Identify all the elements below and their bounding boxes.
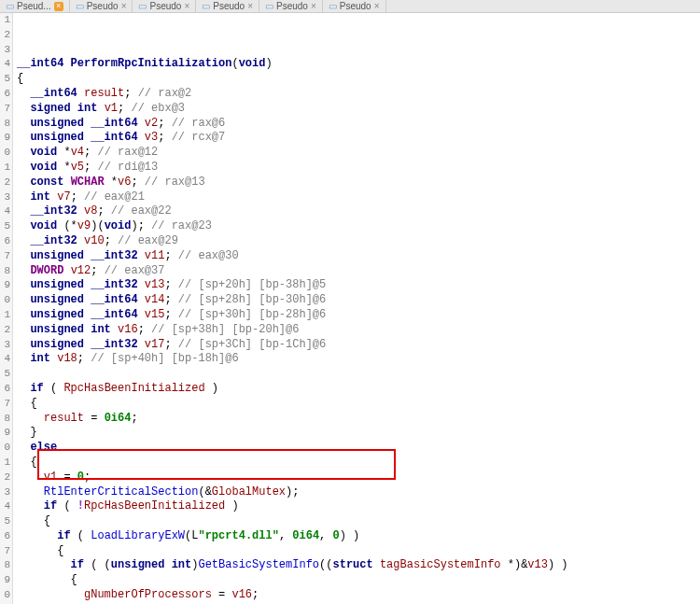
code-line[interactable]: { <box>17 456 700 471</box>
code-line[interactable]: { <box>17 544 700 559</box>
token-kw: void <box>30 161 63 174</box>
code-line[interactable]: unsigned __int64 v3; // rcx@7 <box>17 131 700 146</box>
gutter-line: 2 <box>0 176 10 190</box>
code-line[interactable]: { <box>17 72 700 87</box>
code-area[interactable]: __int64 PerformRpcInitialization(void){ … <box>13 13 700 604</box>
token-cmt: // rax@13 <box>145 176 205 189</box>
tab-label: Pseudo <box>149 1 181 11</box>
code-line[interactable]: __int64 PerformRpcInitialization(void) <box>17 57 700 72</box>
code-line[interactable] <box>17 367 700 382</box>
code-line[interactable]: if ( RpcHasBeenInitialized ) <box>17 382 700 397</box>
token-sym: { <box>17 456 37 469</box>
token-cmt: // eax@30 <box>178 249 239 262</box>
token-id: v5 <box>71 161 84 174</box>
code-line[interactable]: signed int v1; // ebx@3 <box>17 102 700 117</box>
gutter-line: 1 <box>0 13 10 28</box>
code-line[interactable]: gNumberOfProcessors = v16; <box>17 588 700 603</box>
tab-icon: ▭ <box>329 1 337 11</box>
token-num: 0i64 <box>292 529 319 542</box>
token-sym: (& <box>198 485 211 499</box>
code-line[interactable]: void (*v9)(void); // rax@23 <box>17 219 700 234</box>
token-kw: if <box>44 499 57 513</box>
code-line[interactable]: unsigned int v16; // [sp+38h] [bp-20h]@6 <box>17 323 700 338</box>
token-id: v6 <box>118 176 131 189</box>
code-line[interactable]: { <box>17 514 700 529</box>
token-sym: ; <box>105 234 118 247</box>
close-icon[interactable]: × <box>54 2 63 11</box>
token-cmt: // [sp+30h] [bp-28h]@6 <box>178 308 326 321</box>
code-line[interactable]: { <box>17 573 700 588</box>
token-id: v3 <box>145 131 158 144</box>
code-line[interactable]: if ( LoadLibraryExW(L"rpcrt4.dll", 0i64,… <box>17 529 700 544</box>
gutter-line: 5 <box>0 367 10 382</box>
gutter-line: 0 <box>0 146 10 161</box>
gutter-line: 8 <box>0 558 10 573</box>
close-icon[interactable]: × <box>311 1 316 11</box>
code-line[interactable]: __int32 v8; // eax@22 <box>17 204 700 219</box>
line-gutter: 1234567890123456789012345678901234567890 <box>0 13 13 604</box>
token-cmt: // rax@6 <box>172 117 226 130</box>
close-icon[interactable]: × <box>184 1 189 11</box>
close-icon[interactable]: × <box>247 1 253 11</box>
token-call: RtlEnterCriticalSection <box>44 485 199 499</box>
tab[interactable]: ▭Pseudo× <box>259 0 323 12</box>
gutter-line: 9 <box>0 278 10 293</box>
tab[interactable]: ▭Pseud...× <box>0 0 70 12</box>
close-icon[interactable]: × <box>121 1 127 11</box>
token-kw: unsigned int <box>30 323 118 336</box>
token-sym: * <box>63 146 70 159</box>
token-id: v10 <box>84 234 105 247</box>
code-line[interactable]: else <box>17 441 700 456</box>
close-icon[interactable]: × <box>374 1 380 11</box>
code-line[interactable]: DWORD v12; // eax@37 <box>17 264 700 279</box>
token-kw: void <box>30 219 63 232</box>
tab-bar: ▭Pseud...×▭Pseudo×▭Pseudo×▭Pseudo×▭Pseud… <box>0 0 700 13</box>
token-sym: ; <box>138 323 151 336</box>
code-line[interactable]: unsigned __int32 v11; // eax@30 <box>17 249 700 264</box>
tab[interactable]: ▭Pseudo× <box>323 0 386 12</box>
token-kw: struct <box>332 558 379 571</box>
token-id: v16 <box>118 323 138 336</box>
code-line[interactable]: unsigned __int64 v2; // rax@6 <box>17 117 700 132</box>
code-line[interactable]: int v18; // [sp+40h] [bp-18h]@6 <box>17 352 700 367</box>
code-line[interactable]: } <box>17 426 700 441</box>
tab[interactable]: ▭Pseudo× <box>133 0 196 12</box>
code-line[interactable]: RtlEnterCriticalSection(&GlobalMutex); <box>17 485 700 500</box>
token-sym: ) ) <box>340 529 360 542</box>
token-sym <box>17 131 30 144</box>
gutter-line: 6 <box>0 382 10 397</box>
code-line[interactable]: const WCHAR *v6; // rax@13 <box>17 176 700 190</box>
token-kw: int <box>30 352 57 365</box>
token-id: gNumberOfProcessors <box>84 588 212 601</box>
token-sym: } <box>17 426 37 439</box>
gutter-line: 7 <box>0 544 10 559</box>
code-line[interactable]: result = 0i64; <box>17 412 700 427</box>
code-line[interactable]: if ( (unsigned int)GetBasicSystemInfo((s… <box>17 558 700 573</box>
code-line[interactable]: void *v4; // rax@12 <box>17 146 700 161</box>
code-line[interactable]: if ( !RpcHasBeenInitialized ) <box>17 499 700 514</box>
token-sym: { <box>17 573 77 586</box>
tab[interactable]: ▭Pseudo× <box>70 0 133 12</box>
token-sym: ); <box>286 485 299 499</box>
code-line[interactable]: v1 = 0; <box>17 471 700 485</box>
code-line[interactable]: unsigned __int32 v13; // [sp+20h] [bp-38… <box>17 278 700 293</box>
code-line[interactable]: int v7; // eax@21 <box>17 190 700 205</box>
token-sym: , <box>279 529 292 542</box>
code-line[interactable]: void *v5; // rdi@13 <box>17 161 700 176</box>
code-line[interactable]: __int64 result; // rax@2 <box>17 87 700 102</box>
code-editor[interactable]: 1234567890123456789012345678901234567890… <box>0 13 700 604</box>
token-cmt: // [sp+20h] [bp-38h]@5 <box>178 278 326 291</box>
token-kw: const <box>30 176 70 189</box>
code-line[interactable]: { <box>17 397 700 412</box>
token-sym <box>17 352 30 365</box>
token-id: GlobalMutex <box>212 485 286 499</box>
code-line[interactable]: __int32 v10; // eax@29 <box>17 234 700 249</box>
token-cmt: // eax@21 <box>84 190 145 204</box>
code-line[interactable]: unsigned __int64 v14; // [sp+28h] [bp-30… <box>17 293 700 308</box>
tab[interactable]: ▭Pseudo× <box>196 0 259 12</box>
token-sym: ; <box>158 131 171 144</box>
token-sym: (( <box>319 558 332 571</box>
token-sym <box>17 204 30 218</box>
code-line[interactable]: unsigned __int32 v17; // [sp+3Ch] [bp-1C… <box>17 338 700 353</box>
code-line[interactable]: unsigned __int64 v15; // [sp+30h] [bp-28… <box>17 308 700 323</box>
